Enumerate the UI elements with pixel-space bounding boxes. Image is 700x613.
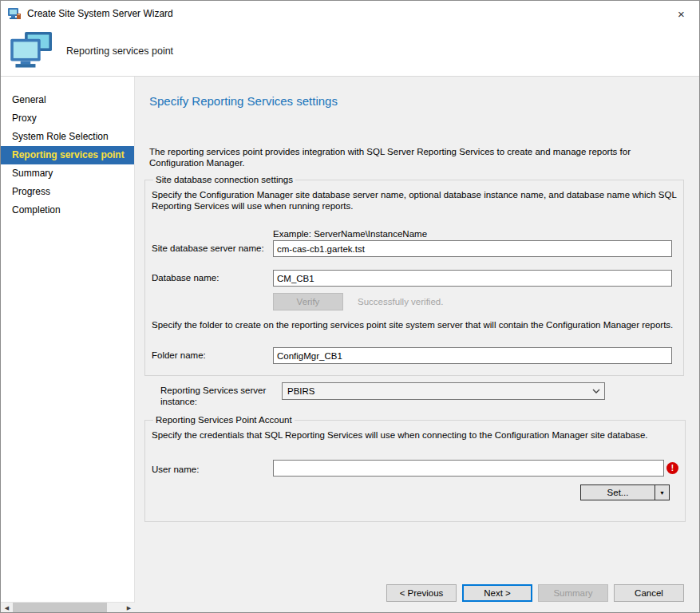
instance-selected-value: PBIRS (287, 386, 315, 396)
instance-example-text: Example: ServerName\InstanceName (273, 229, 677, 239)
close-icon[interactable]: × (663, 1, 699, 26)
scrollbar-track[interactable] (13, 603, 123, 613)
previous-button[interactable]: < Previous (386, 584, 457, 602)
account-group-title: Reporting Services Point Account (153, 415, 295, 425)
titlebar: Create Site System Server Wizard × (1, 1, 699, 26)
instance-dropdown[interactable]: PBIRS (282, 382, 605, 400)
username-input[interactable] (273, 460, 664, 477)
set-account-button[interactable]: Set... ▼ (580, 484, 670, 500)
validation-error-icon: ! (666, 462, 678, 474)
verify-status-text: Successfully verified. (358, 297, 443, 306)
server-name-input[interactable] (273, 240, 672, 257)
page-intro-text: The reporting services point provides in… (149, 146, 682, 168)
wizard-step-list: General Proxy System Role Selection Repo… (1, 77, 135, 613)
database-name-label: Database name: (152, 270, 273, 287)
sidebar-item-completion[interactable]: Completion (1, 201, 134, 219)
horizontal-scrollbar: ◀ ▶ (1, 602, 135, 613)
page-title: Specify Reporting Services settings (149, 94, 684, 108)
dropdown-arrow-icon[interactable]: ▼ (655, 485, 669, 500)
instance-label: Reporting Services server instance: (160, 382, 282, 407)
wizard-app-icon (7, 6, 22, 21)
site-database-group-title: Site database connection settings (153, 175, 295, 184)
username-label: User name: (152, 461, 273, 475)
sidebar-item-summary[interactable]: Summary (1, 164, 134, 183)
wizard-main-panel: Specify Reporting Services settings The … (135, 77, 699, 613)
monitors-icon (9, 31, 55, 71)
cancel-button[interactable]: Cancel (614, 584, 684, 602)
window-title: Create Site System Server Wizard (27, 8, 173, 19)
scroll-left-icon[interactable]: ◀ (1, 603, 13, 613)
server-name-label: Site database server name: (152, 240, 273, 257)
account-group: Reporting Services Point Account Specify… (144, 415, 686, 522)
folder-name-input[interactable] (273, 347, 672, 364)
account-description: Specify the credentials that SQL Reporti… (152, 429, 678, 441)
sidebar-item-system-role-selection[interactable]: System Role Selection (1, 128, 134, 146)
scroll-right-icon[interactable]: ▶ (123, 603, 135, 613)
sidebar-item-general[interactable]: General (1, 91, 134, 109)
sidebar-item-progress[interactable]: Progress (1, 183, 134, 201)
wizard-header: Reporting services point (1, 26, 699, 77)
wizard-footer: < Previous Next > Summary Cancel (386, 584, 684, 602)
summary-button[interactable]: Summary (538, 584, 608, 602)
sidebar-item-proxy[interactable]: Proxy (1, 109, 134, 128)
folder-name-label: Folder name: (152, 347, 273, 364)
site-database-description: Specify the Configuration Manager site d… (152, 189, 677, 212)
chevron-down-icon[interactable] (588, 383, 604, 399)
next-button[interactable]: Next > (462, 584, 532, 602)
set-button-label: Set... (581, 485, 655, 500)
scrollbar-thumb[interactable] (13, 603, 107, 613)
site-database-group: Site database connection settings Specif… (144, 175, 684, 376)
verify-button[interactable]: Verify (273, 293, 343, 310)
wizard-page-name: Reporting services point (66, 45, 173, 57)
folder-description: Specify the folder to create on the repo… (152, 320, 677, 330)
database-name-input[interactable] (273, 270, 672, 287)
sidebar-item-reporting-services-point[interactable]: Reporting services point (1, 146, 134, 164)
wizard-window: Create Site System Server Wizard × Repor… (0, 0, 700, 613)
